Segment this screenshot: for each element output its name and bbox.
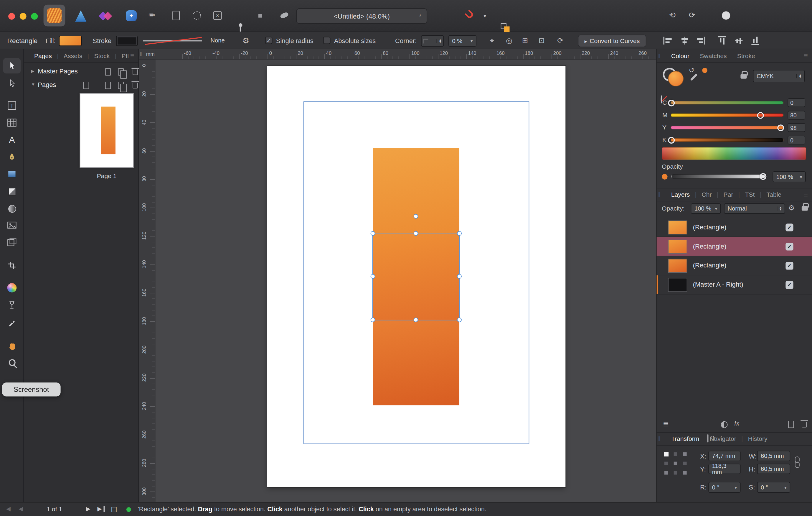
opacity-slider-track[interactable] xyxy=(671,174,765,179)
swap-colours-icon[interactable]: ↺ xyxy=(689,66,694,74)
document-page[interactable] xyxy=(267,66,566,487)
adjustment-layer-icon[interactable] xyxy=(721,422,728,428)
corner-percent-dropdown[interactable]: 0 % ▾ xyxy=(448,35,476,47)
colour-picker-tool[interactable] xyxy=(3,315,21,330)
horizontal-ruler[interactable]: -60-40-200204060801001201401601802002202… xyxy=(155,49,656,59)
next-page-button[interactable]: ▶ xyxy=(86,506,90,513)
slider-handle[interactable] xyxy=(757,112,764,118)
layer-thumbnail[interactable] xyxy=(668,221,687,235)
layer-thumbnail[interactable] xyxy=(668,278,687,292)
align-right-icon[interactable] xyxy=(696,37,705,45)
handle-top-center[interactable] xyxy=(413,231,418,236)
apply-master-icon[interactable] xyxy=(83,82,89,89)
picture-frame-tool[interactable] xyxy=(3,235,21,250)
disclosure-icon[interactable]: ▶ xyxy=(31,69,34,74)
panel-menu-icon[interactable]: ≡ xyxy=(804,52,808,59)
snapping-chevron-icon[interactable]: ▾ xyxy=(484,13,486,19)
stroke-width-control[interactable]: None xyxy=(142,36,226,46)
align-bottom-icon[interactable] xyxy=(751,36,759,45)
vector-crop-tool[interactable] xyxy=(3,258,21,273)
pen-tool[interactable] xyxy=(3,149,21,165)
handle-mid-right[interactable] xyxy=(457,274,462,279)
fill-colour-disc[interactable] xyxy=(668,71,684,86)
absolute-sizes-checkbox[interactable] xyxy=(323,37,330,44)
layer-row[interactable]: (Rectangle)✓ xyxy=(657,237,812,256)
transparency-tool[interactable] xyxy=(3,201,21,216)
canvas[interactable] xyxy=(155,59,656,502)
delete-master-icon[interactable] xyxy=(133,69,138,75)
new-document-icon[interactable] xyxy=(172,11,180,20)
slider-track[interactable] xyxy=(671,126,783,130)
tab-colour[interactable]: Colour xyxy=(666,52,694,59)
anchor-point-selector[interactable] xyxy=(664,452,687,475)
opacity-slider-handle[interactable] xyxy=(759,173,766,180)
handle-mid-left[interactable] xyxy=(371,274,375,279)
slider-value[interactable]: 98 xyxy=(787,123,805,132)
tab-pages[interactable]: Pages xyxy=(29,52,57,59)
slider-track[interactable] xyxy=(671,138,783,142)
zoom-tool[interactable] xyxy=(3,354,21,370)
table-tool[interactable] xyxy=(3,115,21,131)
style-picker-tool[interactable] xyxy=(3,297,21,313)
tab-navigator[interactable]: Navigator xyxy=(704,435,741,442)
x-field[interactable]: 74,7 mm xyxy=(708,451,741,461)
transform-separately-icon[interactable]: ⊡ xyxy=(539,36,545,45)
fx-icon[interactable]: fx xyxy=(734,420,739,427)
layer-row[interactable]: (Rectangle)✓ xyxy=(657,218,812,237)
colour-mode-dropdown[interactable]: CMYK ▴▾ xyxy=(753,70,805,82)
add-page-icon[interactable] xyxy=(105,82,111,89)
rotate-ccw-icon[interactable]: ⟲ xyxy=(669,10,675,20)
new-layer-icon[interactable] xyxy=(788,421,794,428)
rectangle-bottom[interactable] xyxy=(373,320,460,405)
delete-layer-icon[interactable] xyxy=(802,422,807,428)
layer-visibility-checkbox[interactable]: ✓ xyxy=(785,223,793,231)
tab-stroke[interactable]: Stroke xyxy=(732,52,760,59)
add-master-icon[interactable] xyxy=(105,69,111,76)
place-image-tool[interactable] xyxy=(3,217,21,233)
duplicate-page-icon[interactable] xyxy=(118,82,124,89)
colour-wheel-tool[interactable] xyxy=(3,280,21,296)
stroke-settings-gear-icon[interactable]: ⚙ xyxy=(242,36,250,46)
slider-handle[interactable] xyxy=(668,137,674,143)
tab-history[interactable]: History xyxy=(743,435,773,442)
delete-page-icon[interactable] xyxy=(133,83,138,88)
smudge-icon[interactable] xyxy=(280,12,289,19)
snapping-magnet-icon[interactable] xyxy=(465,9,475,20)
pencil-icon[interactable]: ✏ xyxy=(148,10,155,20)
handle-bottom-right[interactable] xyxy=(457,318,462,322)
cycle-selection-icon[interactable]: ◎ xyxy=(506,36,512,45)
slider-handle[interactable] xyxy=(668,99,674,106)
rotate-selection-icon[interactable]: ⟳ xyxy=(557,36,563,45)
tab-layers[interactable]: Layers xyxy=(666,191,695,198)
dashed-circle-icon[interactable] xyxy=(193,11,201,20)
slider-track[interactable] xyxy=(671,101,783,104)
tab-table[interactable]: Table xyxy=(761,191,787,198)
handle-bottom-center[interactable] xyxy=(413,318,418,322)
layer-thumbnail[interactable] xyxy=(668,259,687,273)
align-center-h-icon[interactable] xyxy=(680,37,689,45)
h-field[interactable]: 60,5 mm xyxy=(757,464,790,474)
tab-assets[interactable]: Assets xyxy=(58,52,87,59)
transform-origin-icon[interactable]: ⊞ xyxy=(522,36,528,45)
panel-grip-icon[interactable]: ‖ xyxy=(658,191,661,197)
ruler-corner[interactable]: ‖ mm xyxy=(139,49,155,59)
close-window-button[interactable] xyxy=(8,13,15,20)
first-page-button[interactable]: ◀ xyxy=(6,506,10,513)
fill-gradient-tool[interactable] xyxy=(3,184,21,199)
vertical-ruler[interactable]: 0204060801001201401601802002202402602803… xyxy=(139,59,155,502)
r-dropdown[interactable]: 0 ° ▾ xyxy=(708,482,741,493)
move-to-front-icon[interactable] xyxy=(500,23,511,33)
layer-lock-icon[interactable] xyxy=(802,206,808,211)
publisher-persona-button[interactable] xyxy=(44,5,65,27)
tab-stock[interactable]: Stock xyxy=(89,52,115,59)
crosshair-icon[interactable]: ⌖ xyxy=(490,36,494,45)
slider-track[interactable] xyxy=(671,113,783,117)
page-1-thumbnail[interactable] xyxy=(80,93,134,168)
duplicate-master-icon[interactable] xyxy=(118,69,124,76)
handle-bottom-left[interactable] xyxy=(371,318,375,322)
rectangle-top[interactable] xyxy=(373,148,460,234)
layer-thumbnail[interactable] xyxy=(668,240,687,253)
panel-grip-icon[interactable]: ‖ xyxy=(658,53,661,59)
align-top-icon[interactable] xyxy=(718,36,726,45)
handle-top-left[interactable] xyxy=(371,231,375,236)
